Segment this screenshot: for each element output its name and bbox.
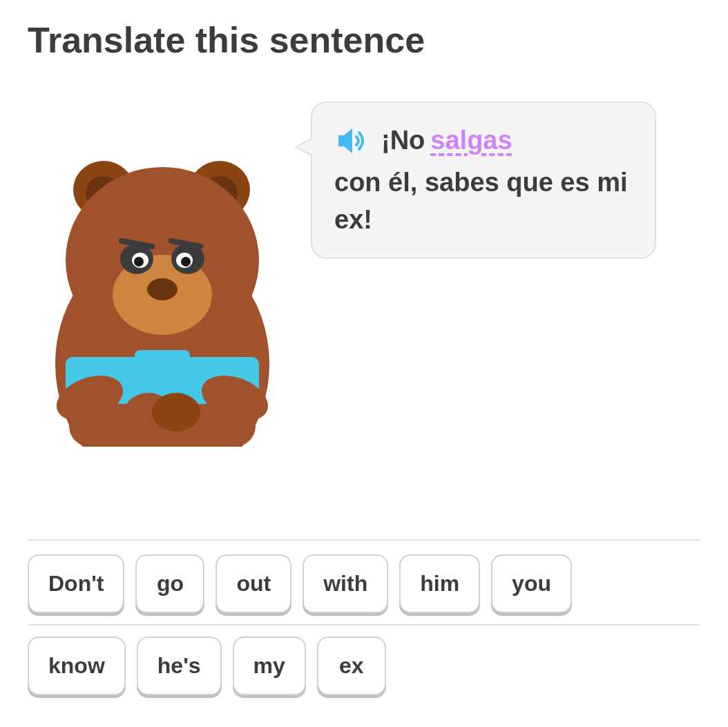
word-chip-go[interactable]: go <box>135 554 204 613</box>
bear-illustration <box>28 88 297 447</box>
speech-text: ¡No salgas con él, sabes que es mi ex! <box>334 122 633 238</box>
word-chip-him[interactable]: him <box>399 554 480 613</box>
svg-point-16 <box>147 278 178 300</box>
word-chip-hes[interactable]: he's <box>137 637 222 695</box>
speech-bubble: ¡No salgas con él, sabes que es mi ex! <box>311 101 656 259</box>
word-row-1: Don't go out with him you <box>28 554 700 626</box>
svg-marker-23 <box>338 128 352 153</box>
word-row-2: know he's my ex <box>28 637 700 706</box>
svg-point-22 <box>152 393 200 432</box>
speech-word-no: ¡No <box>381 122 425 159</box>
speaker-icon[interactable] <box>334 126 370 156</box>
word-chip-with[interactable]: with <box>303 554 388 613</box>
speech-word-salgas: salgas <box>430 122 512 159</box>
word-chip-my[interactable]: my <box>233 637 306 695</box>
word-chip-you[interactable]: you <box>491 554 572 613</box>
page: Translate this sentence <box>0 0 728 727</box>
word-chip-know[interactable]: know <box>28 637 126 695</box>
page-title: Translate this sentence <box>28 21 700 60</box>
word-chip-ex[interactable]: ex <box>317 637 386 695</box>
word-chip-out[interactable]: out <box>215 554 291 613</box>
word-bank-area: Don't go out with him you know he's my e… <box>28 539 700 706</box>
bear-container <box>28 88 297 447</box>
main-area: ¡No salgas con él, sabes que es mi ex! <box>28 74 700 532</box>
svg-point-14 <box>134 257 144 266</box>
speech-rest: con él, sabes que es mi ex! <box>334 164 633 238</box>
word-chip-dont[interactable]: Don't <box>28 554 124 613</box>
svg-point-15 <box>181 257 191 266</box>
